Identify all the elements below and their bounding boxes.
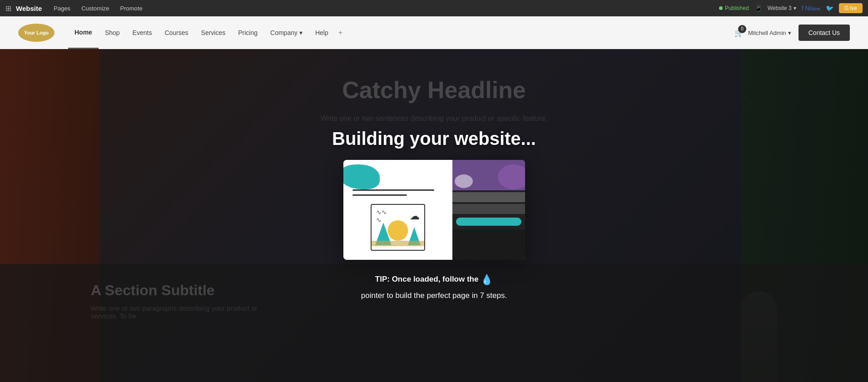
logo: Your Logo [18, 24, 55, 42]
site-name: Website [16, 5, 42, 12]
purple-blob1 [498, 164, 525, 189]
card-text-lines [352, 189, 443, 199]
add-nav-icon[interactable]: + [335, 29, 346, 37]
card-stripe-1 [452, 192, 525, 202]
modal-overlay: Building your website... [0, 49, 868, 382]
nav-link-events[interactable]: Events [126, 16, 159, 49]
twitter-icon[interactable]: 🐦 [826, 5, 833, 12]
card-stripe-2 [452, 204, 525, 214]
nav-link-services[interactable]: Services [195, 16, 232, 49]
admin-nav-customize[interactable]: Customize [77, 0, 114, 16]
teal-blob-decoration [343, 164, 380, 189]
modal-title: Building your website... [332, 129, 536, 149]
card-right-purple [452, 160, 525, 190]
upgrade-button[interactable]: G:lve [839, 3, 863, 13]
modal-tip: TIP: Once loaded, follow the 💧 pointer t… [361, 271, 507, 303]
cloud-decoration: ☁ [410, 210, 420, 222]
nav-link-pricing[interactable]: Pricing [232, 16, 264, 49]
grid-icon: ⊞ [5, 4, 11, 13]
user-dropdown[interactable]: Mitchell Admin ▾ [748, 30, 791, 36]
nav-link-home[interactable]: Home [68, 16, 99, 49]
published-badge: Published [719, 5, 749, 11]
tip-text-bold: TIP: Once loaded, follow the [375, 275, 479, 283]
modal-content: Building your website... [332, 129, 536, 303]
drop-icon: 💧 [481, 271, 493, 289]
contact-button[interactable]: Contact Us [799, 25, 850, 41]
card-teal-button [456, 218, 521, 226]
cart-badge: 0 [738, 25, 746, 33]
tip-text-suffix: pointer to build the perfect page in 7 s… [361, 291, 507, 300]
admin-nav-pages[interactable]: Pages [49, 0, 75, 16]
cart-area[interactable]: 🛒 0 [734, 29, 744, 37]
card-line-short [352, 194, 407, 196]
nav-link-company[interactable]: Company ▾ [264, 16, 309, 49]
bg-image: Catchy Headline Write one or two sentenc… [0, 49, 868, 382]
nav-link-shop[interactable]: Shop [99, 16, 126, 49]
chevron-down-icon: ▾ [299, 29, 303, 36]
nav-links: Home Shop Events Courses Services Pricin… [68, 16, 734, 49]
published-dot [719, 6, 723, 10]
facebook-icon[interactable]: f NNew [802, 5, 820, 12]
modal-card-right [452, 160, 525, 260]
card-dark-bottom [452, 229, 525, 260]
purple-blob2 [455, 174, 473, 188]
ground-decoration [372, 241, 424, 246]
website-nav: Your Logo Home Shop Events Courses Servi… [0, 16, 868, 49]
user-chevron-icon: ▾ [788, 30, 791, 36]
admin-nav-promote[interactable]: Promote [116, 0, 147, 16]
card-scene: ☁ ∿∿∿ [372, 205, 424, 250]
website-selector[interactable]: Website 3 ▾ [768, 5, 796, 11]
modal-illustration-card: ☁ ∿∿∿ [343, 160, 525, 260]
device-icon[interactable]: 📱 [754, 5, 762, 12]
card-image-box: ☁ ∿∿∿ [371, 204, 425, 251]
nav-link-courses[interactable]: Courses [158, 16, 194, 49]
page-background: Catchy Headline Write one or two sentenc… [0, 49, 868, 382]
nav-link-help[interactable]: Help [309, 16, 335, 49]
logo-area: Your Logo [18, 24, 55, 42]
card-line-long [352, 189, 434, 191]
published-label: Published [725, 5, 749, 11]
modal-card-left: ☁ ∿∿∿ [343, 160, 452, 260]
waves-decoration: ∿∿∿ [376, 208, 387, 224]
admin-bar: ⊞ Website Pages Customize Promote Publis… [0, 0, 868, 16]
